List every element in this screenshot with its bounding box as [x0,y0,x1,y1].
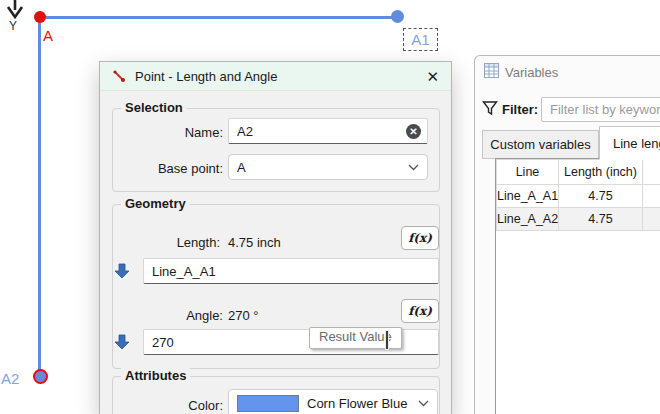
angle-formula-button[interactable]: f(x) [401,299,439,323]
close-icon[interactable]: ✕ [426,69,439,84]
angle-label: Angle: [120,308,223,323]
column-header-extra[interactable] [643,160,660,185]
color-swatch [237,395,299,412]
base-point-value: A [237,160,246,175]
point-a1-selection-box[interactable]: A1 [403,28,438,51]
geometry-group-title: Geometry [121,196,190,211]
text-cursor [385,330,389,350]
cell-line-length: 4.75 [559,208,643,231]
y-axis-label: Y [9,19,17,33]
apply-angle-arrow-icon[interactable] [114,334,130,350]
length-formula-button[interactable]: f(x) [401,226,439,250]
dialog-titlebar[interactable]: Point - Length and Angle ✕ [100,62,451,91]
cell-empty [643,185,660,208]
column-header-length[interactable]: Length (inch) [559,160,643,185]
table-row[interactable]: Line_A_A1 4.75 [497,185,660,208]
filter-input[interactable] [541,97,660,122]
line-a-a1[interactable] [40,16,398,19]
name-input[interactable] [228,118,428,144]
length-formula-input[interactable] [143,258,439,284]
line-lengths-table: Line Length (inch) Line_A_A1 4.75 Line_A… [495,158,660,414]
color-select[interactable]: Corn Flower Blue [228,389,438,414]
cell-line-name: Line_A_A2 [497,208,559,231]
cell-line-length: 4.75 [559,185,643,208]
point-length-angle-dialog: Point - Length and Angle ✕ Selection Nam… [99,61,452,414]
point-a-label[interactable]: A [43,27,53,44]
base-point-select[interactable]: A [228,154,428,180]
point-a2-label[interactable]: A2 [1,370,19,387]
point-a1-label[interactable]: A1 [411,31,429,48]
cell-empty [643,208,660,231]
apply-length-arrow-icon[interactable] [114,263,130,279]
table-row[interactable]: Line_A_A2 4.75 [497,208,660,231]
selection-group-title: Selection [121,100,187,115]
cell-line-name: Line_A_A1 [497,185,559,208]
variables-panel: Variables Filter: Custom variables Line … [474,55,660,414]
point-a2[interactable] [33,369,48,384]
clear-name-icon[interactable]: ✕ [406,124,421,139]
point-length-angle-icon [112,69,126,83]
y-axis-arrow-icon [2,0,28,19]
chevron-down-icon [418,400,429,407]
angle-value: 270 ° [228,308,259,323]
filter-funnel-icon [482,100,498,116]
line-a-a2[interactable] [38,17,41,378]
variables-panel-title: Variables [505,65,558,80]
color-value: Corn Flower Blue [307,396,407,411]
tab-line-lengths[interactable]: Line lengths [599,126,660,160]
filter-label: Filter: [502,102,538,117]
table-header-row: Line Length (inch) [497,160,660,185]
length-label: Length: [120,235,220,250]
base-point-label: Base point: [120,161,223,176]
length-value: 4.75 inch [228,235,281,250]
point-a[interactable] [34,11,46,23]
table-grid-icon [484,63,499,78]
dialog-title: Point - Length and Angle [135,69,417,84]
chevron-down-icon [408,164,419,171]
color-label: Color: [120,398,223,413]
point-a1[interactable] [391,10,404,23]
attributes-group-title: Attributes [121,368,190,383]
tab-custom-variables[interactable]: Custom variables [482,130,599,159]
column-header-line[interactable]: Line [497,160,559,185]
name-label: Name: [120,125,223,140]
